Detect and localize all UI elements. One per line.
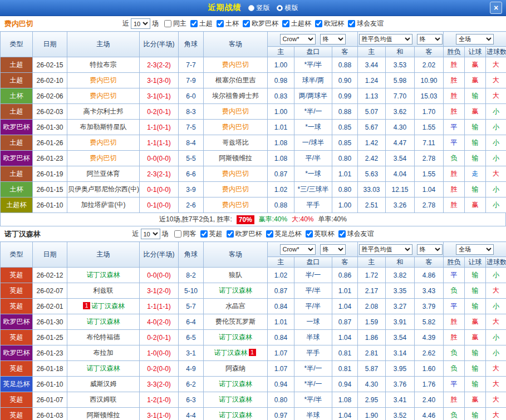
team-link[interactable]: 根塞尔伯里吉 [215,76,256,84]
euro-away-odds: 2.62 [415,345,444,361]
match-row: 英超26-01-03阿斯顿维拉3-1(1-0)4-4诺丁汉森林0.97半球1.0… [1,408,506,420]
filter-checkbox[interactable] [190,20,198,27]
section-head: 诺丁汉森林 近 10 场 同客英超欧罗巴杯英足总杯英联杯球会友谊 [0,226,506,241]
filter-checkbox[interactable] [243,20,250,27]
team-link[interactable]: 诺丁汉森林 [219,286,252,294]
euro-away-odds: 2.78 [415,151,444,166]
team-link[interactable]: 水晶宫 [225,302,245,310]
filter-option[interactable]: 英联杯 [306,229,335,239]
team-link[interactable]: 埃尔祖鲁姆士邦 [212,92,259,100]
team-link[interactable]: 费内巴切 [222,123,249,131]
filter-checkbox[interactable] [164,20,171,27]
team-link[interactable]: 哥兹塔比 [222,139,249,146]
recent-count-select[interactable]: 10 [131,18,150,29]
asian-final-select[interactable]: 终 [320,34,346,45]
euro-average-select[interactable]: 胜平负均值 [359,34,412,45]
team-link[interactable]: 诺丁汉森林 [219,380,252,388]
team-link[interactable]: 诺丁汉森林 [219,333,252,341]
team-link[interactable]: 布加勒斯特星队 [80,123,127,131]
team-link[interactable]: 高卡尔利士邦 [83,107,124,115]
filter-option[interactable]: 同主 [164,19,186,28]
asian-home-odds: 1.00 [268,104,294,120]
filter-checkbox[interactable] [282,20,289,27]
filter-option[interactable]: 球会友谊 [338,229,374,239]
team-link[interactable]: 威斯汉姆 [90,380,117,388]
euro-final-select[interactable]: 终 [417,34,443,45]
fulltime-select[interactable]: 全场 [456,34,494,45]
team-link[interactable]: 阿森纳 [225,364,245,372]
team-link[interactable]: 诺丁汉森林 [87,318,120,325]
team-link[interactable]: 特拉布宗 [90,61,117,68]
team-link[interactable]: 诺丁汉森林 [87,271,120,279]
filter-option[interactable]: 欧冠杯 [315,19,344,28]
asian-away-odds: 0.88 [332,57,358,73]
team-link[interactable]: 费内巴切 [222,107,249,115]
team-link[interactable]: 阿斯顿维拉 [87,411,120,419]
euro-average-select[interactable]: 胜平负均值 [359,244,412,255]
team-link[interactable]: 费内巴切 [222,201,249,209]
asian-away-odds: 1.08 [332,392,358,408]
filter-option[interactable]: 球会友谊 [348,19,384,28]
team-link[interactable]: 费内巴切 [90,154,117,162]
close-button[interactable]: × [490,2,502,14]
sub-euro-home: 主 [358,47,386,57]
score: 1-0(0-0) [140,345,179,361]
team-link[interactable]: 加拉塔萨雷(中) [81,201,126,209]
team-link[interactable]: 阿兰亚体育 [87,170,120,177]
team-link[interactable]: 布伦特福德 [87,333,120,341]
euro-home-odds: 1.90 [358,408,386,420]
filter-checkbox[interactable] [338,230,346,238]
team-link[interactable]: 诺丁汉森林 [219,396,252,403]
bookmaker-select[interactable]: Crow* [280,244,316,255]
handicap-flag: 赢 [465,330,486,345]
horizontal-layout-radio[interactable]: 横版 [277,3,298,13]
team-link[interactable]: 布拉加 [94,349,114,357]
filter-option[interactable]: 土超 [190,19,213,28]
radio-circle-icon[interactable] [248,5,254,11]
away-team: 费内巴切 [204,197,268,213]
filter-checkbox[interactable] [227,230,234,238]
team-link[interactable]: 狼队 [229,271,242,279]
euro-home-odds: 33.03 [358,182,386,197]
filter-option[interactable]: 欧罗巴杯 [227,229,262,239]
filter-checkbox[interactable] [315,20,322,27]
team-link[interactable]: 费内巴切 [222,61,249,68]
fulltime-select[interactable]: 全场 [456,244,494,255]
team-link[interactable]: 费内巴切 [90,139,117,146]
vertical-layout-radio[interactable]: 竖版 [248,3,270,13]
filter-option[interactable]: 土超杯 [282,19,311,28]
match-row: 欧罗巴杯26-01-23费内巴切0-0(0-0)5-5阿斯顿维拉1.08平/半0… [1,151,506,166]
filter-checkbox[interactable] [217,20,224,27]
team-link[interactable]: 费伦茨瓦罗斯 [215,318,256,325]
bookmaker-select[interactable]: Crow* [280,34,316,45]
league-tag: 英超 [1,392,33,408]
team-link[interactable]: 阿斯顿维拉 [219,154,252,162]
radio-circle-checked-icon[interactable] [277,5,283,11]
team-link[interactable]: 费内巴切 [222,170,249,177]
match-date: 26-01-07 [33,392,67,408]
filter-checkbox[interactable] [266,230,273,238]
filter-checkbox[interactable] [200,230,208,238]
team-link[interactable]: 西汉姆联 [90,396,117,403]
filter-option[interactable]: 土杯 [217,19,239,28]
team-link[interactable]: 利兹联 [94,286,114,294]
filter-checkbox[interactable] [306,230,313,238]
team-link[interactable]: 费内巴切 [90,76,117,84]
filter-option[interactable]: 欧罗巴杯 [243,19,278,28]
filter-option[interactable]: 英足总杯 [266,229,302,239]
team-link[interactable]: 诺丁汉森林 [87,364,120,372]
filter-option[interactable]: 英超 [200,229,223,239]
team-link[interactable]: 诺丁汉森林 [219,411,252,419]
filter-checkbox[interactable] [348,20,355,27]
recent-count-select[interactable]: 10 [141,229,160,239]
euro-final-select[interactable]: 终 [417,244,443,255]
filter-checkbox[interactable] [174,230,181,238]
euro-away-odds: 3.43 [415,283,444,299]
team-link[interactable]: 费内巴切 [222,185,249,193]
team-link[interactable]: 费内巴切 [90,92,117,100]
filter-option[interactable]: 同客 [174,229,196,239]
team-link[interactable]: 诺丁汉森林 [214,349,248,357]
asian-final-select[interactable]: 终 [320,244,346,255]
team-link[interactable]: 诺丁汉森林 [91,302,125,310]
team-link[interactable]: 贝伊奥卢耶尼恰尔西(中) [68,185,139,193]
